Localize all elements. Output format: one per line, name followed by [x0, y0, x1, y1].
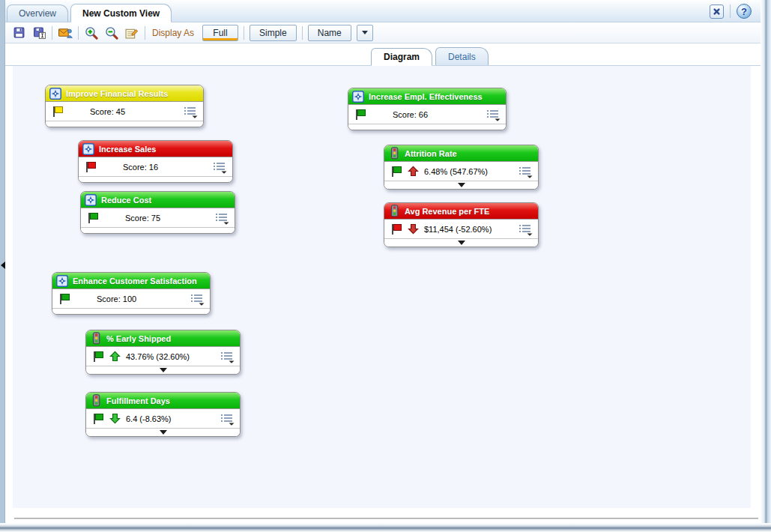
help-button[interactable]: ?	[737, 4, 752, 19]
trend-arrow-icon	[109, 413, 121, 424]
scorecard-node[interactable]: Attrition Rate 6.48% (547.67%)	[384, 145, 539, 190]
zoom-in-icon	[85, 26, 98, 40]
save-icon	[13, 26, 25, 39]
objective-icon	[85, 194, 97, 206]
card-title: Increase Empl. Effectiveness	[369, 92, 483, 101]
card-body: Score: 100	[52, 289, 210, 309]
card-body: $11,454 (-52.60%)	[384, 220, 538, 239]
tab-new-custom-view[interactable]: New Custom View	[70, 4, 172, 22]
status-flag-icon	[390, 166, 402, 178]
expand-arrow-icon[interactable]	[160, 430, 167, 435]
display-mode-simple-button[interactable]: Simple	[250, 25, 297, 41]
card-header: Enhance Customer Satisfaction	[52, 273, 210, 289]
window-tab-strip: Overview New Custom View ?	[5, 0, 761, 22]
objective-icon	[352, 91, 364, 103]
card-footer	[86, 429, 240, 436]
panel-collapse-arrow-icon[interactable]	[0, 259, 6, 270]
card-body: Score: 45	[46, 102, 203, 121]
scorecard-node[interactable]: % Early Shipped 43.76% (32.60%)	[85, 330, 241, 375]
card-menu-icon[interactable]	[214, 212, 231, 225]
display-mode-name-button[interactable]: Name	[308, 25, 351, 41]
chevron-down-icon	[362, 31, 368, 34]
trend-arrow-icon	[109, 351, 121, 362]
display-mode-dropdown-button[interactable]	[357, 25, 373, 41]
display-as-label: Display As	[152, 28, 194, 38]
email-contact-button[interactable]	[58, 25, 73, 40]
card-body: 6.4 (-8.63%)	[86, 409, 240, 429]
card-body: Score: 75	[81, 208, 235, 228]
status-flag-icon	[58, 293, 70, 305]
card-value: Score: 16	[123, 163, 158, 172]
expand-arrow-icon[interactable]	[160, 368, 167, 372]
kpi-traffic-light-icon	[90, 395, 102, 407]
card-footer	[79, 177, 232, 182]
card-header: Increase Sales	[79, 141, 232, 157]
close-button[interactable]	[710, 4, 724, 19]
card-value: $11,454 (-52.60%)	[424, 225, 492, 234]
help-icon: ?	[741, 7, 747, 16]
card-header: Avg Revenue per FTE	[384, 203, 538, 220]
card-menu-icon[interactable]	[220, 351, 236, 363]
close-icon	[712, 7, 722, 16]
separator	[52, 26, 52, 40]
card-value: Score: 75	[125, 214, 160, 223]
card-body: 6.48% (547.67%)	[384, 162, 538, 181]
diagram-canvas[interactable]: Improve Financial Results Score: 45 In	[13, 66, 751, 508]
application-window: Overview New Custom View ?	[0, 0, 771, 532]
zoom-in-button[interactable]	[84, 25, 99, 40]
trend-arrow-icon	[408, 223, 419, 235]
card-title: Attrition Rate	[405, 149, 457, 158]
tab-diagram-label: Diagram	[384, 52, 420, 62]
scorecard-node[interactable]: Increase Sales Score: 16	[78, 140, 233, 183]
tab-overview-label: Overview	[19, 8, 56, 19]
card-menu-icon[interactable]	[220, 413, 236, 426]
status-flag-icon	[87, 212, 99, 224]
tab-overview[interactable]: Overview	[7, 4, 68, 22]
status-flag-icon	[92, 413, 104, 425]
card-footer	[52, 309, 210, 314]
expand-arrow-icon[interactable]	[458, 241, 465, 245]
card-menu-icon[interactable]	[518, 223, 534, 236]
scorecard-node[interactable]: Improve Financial Results Score: 45	[45, 85, 204, 127]
card-menu-icon[interactable]	[518, 166, 534, 178]
bottom-frame	[0, 523, 771, 532]
expand-arrow-icon[interactable]	[458, 183, 465, 187]
edit-properties-icon	[125, 26, 139, 39]
footer-divider	[14, 518, 758, 519]
card-menu-icon[interactable]	[486, 109, 502, 121]
view-tab-bar: Diagram Details	[5, 45, 761, 66]
card-menu-icon[interactable]	[190, 293, 206, 306]
save-button[interactable]	[11, 25, 26, 40]
card-value: 43.76% (32.60%)	[126, 352, 190, 361]
card-value: 6.4 (-8.63%)	[126, 414, 172, 423]
zoom-out-button[interactable]	[104, 25, 119, 40]
card-footer	[86, 366, 240, 374]
card-body: 43.76% (32.60%)	[86, 347, 240, 366]
separator	[730, 4, 731, 18]
objective-icon	[49, 88, 61, 100]
card-value: Score: 45	[90, 107, 125, 116]
scorecard-node[interactable]: Fulfillment Days 6.4 (-8.63%)	[85, 392, 241, 437]
scorecard-node[interactable]: Reduce Cost Score: 75	[80, 191, 235, 234]
kpi-traffic-light-icon	[388, 205, 400, 217]
card-footer	[81, 228, 235, 233]
card-header: Increase Empl. Effectiveness	[348, 88, 506, 105]
card-footer	[384, 239, 538, 247]
scorecard-node[interactable]: Enhance Customer Satisfaction Score: 100	[52, 272, 211, 315]
tab-diagram[interactable]: Diagram	[371, 48, 432, 66]
status-flag-icon	[92, 351, 104, 363]
email-contact-icon	[58, 26, 73, 39]
card-menu-icon[interactable]	[183, 106, 199, 118]
scorecard-node[interactable]: Avg Revenue per FTE $11,454 (-52.60%)	[384, 202, 539, 247]
card-title: Avg Revenue per FTE	[405, 207, 489, 216]
tab-details[interactable]: Details	[435, 47, 489, 65]
display-mode-full-button[interactable]: Full	[202, 25, 238, 41]
scorecard-node[interactable]: Increase Empl. Effectiveness Score: 66	[348, 88, 507, 130]
card-header: Reduce Cost	[81, 192, 235, 208]
content-area: Diagram Details Improve Financial Result…	[5, 43, 761, 523]
edit-properties-button[interactable]	[124, 25, 139, 40]
save-as-button[interactable]	[31, 25, 46, 40]
card-menu-icon[interactable]	[212, 161, 229, 174]
status-flag-icon	[52, 106, 64, 118]
kpi-traffic-light-icon	[90, 333, 102, 345]
